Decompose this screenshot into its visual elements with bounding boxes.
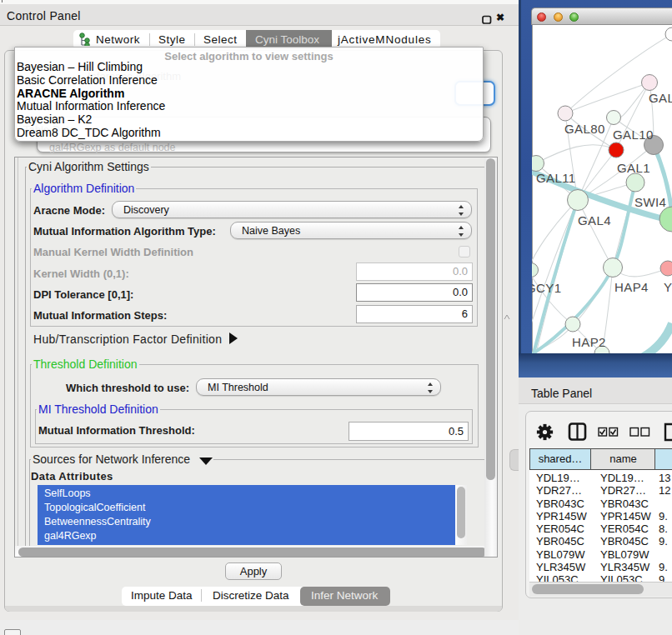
svg-text:GAL7: GAL7 xyxy=(649,91,672,105)
svg-text:SWI4: SWI4 xyxy=(634,195,666,209)
svg-text:GAL10: GAL10 xyxy=(613,128,654,142)
svg-text:Y: Y xyxy=(664,280,672,294)
svg-text:GAL1: GAL1 xyxy=(617,161,650,175)
svg-text:GCY1: GCY1 xyxy=(532,281,561,295)
svg-text:GAL80: GAL80 xyxy=(564,122,605,136)
svg-text:GAL11: GAL11 xyxy=(536,171,576,185)
svg-text:HAP2: HAP2 xyxy=(572,335,606,349)
svg-text:GAL4: GAL4 xyxy=(578,213,611,228)
svg-text:HAP4: HAP4 xyxy=(614,280,649,294)
